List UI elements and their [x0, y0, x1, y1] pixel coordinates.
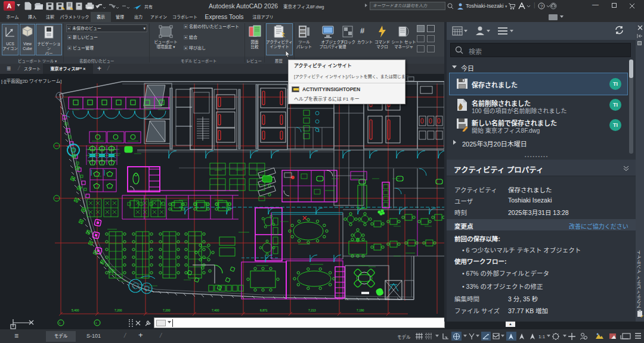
- svg-text:7,213: 7,213: [308, 308, 316, 312]
- svg-text:5,400: 5,400: [72, 308, 79, 312]
- svg-text:7,190: 7,190: [357, 308, 364, 312]
- svg-text:1:1: 1:1: [538, 334, 546, 339]
- svg-text:6,871: 6,871: [260, 308, 268, 312]
- svg-text:?: ?: [540, 4, 543, 9]
- svg-text:7,200: 7,200: [114, 308, 122, 312]
- svg-text:7,400: 7,400: [212, 308, 219, 312]
- svg-text:7,200: 7,200: [163, 308, 171, 312]
- svg-text:1: 1: [95, 322, 97, 325]
- svg-text:1: 1: [59, 322, 61, 325]
